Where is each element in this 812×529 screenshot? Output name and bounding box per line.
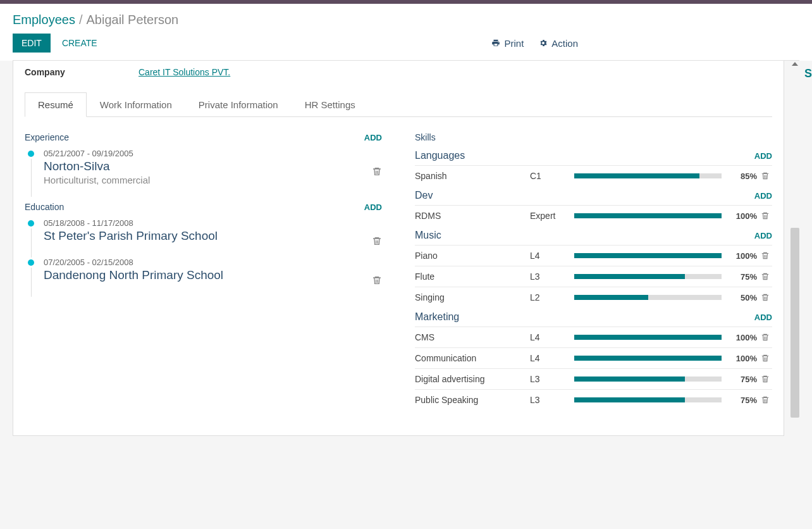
skill-row: RDMSExpert100% — [415, 205, 772, 226]
education-item: 05/18/2008 - 11/17/2008St Peter's Parish… — [25, 218, 382, 258]
skill-level: L4 — [530, 251, 574, 261]
skill-group-header: MarketingADD — [415, 311, 772, 323]
delete-skill-button[interactable] — [761, 333, 772, 342]
resume-left-column: Experience ADD 05/21/2007 - 09/19/2005No… — [25, 132, 382, 410]
skill-add-button[interactable]: ADD — [754, 191, 772, 201]
delete-skill-button[interactable] — [761, 251, 772, 260]
skill-add-button[interactable]: ADD — [754, 313, 772, 322]
timeline-dot-icon — [28, 259, 34, 266]
skill-group-header: MusicADD — [415, 230, 772, 241]
tab-resum-[interactable]: Resumé — [25, 92, 87, 117]
skill-row: FluteL375% — [415, 266, 772, 287]
skill-group-title: Music — [415, 230, 441, 241]
skill-name: RDMS — [415, 211, 530, 221]
tab-work-information[interactable]: Work Information — [87, 92, 185, 117]
delete-skill-button[interactable] — [761, 211, 772, 220]
timeline-dot-icon — [28, 151, 34, 157]
education-title: Education — [25, 202, 64, 212]
education-add-button[interactable]: ADD — [364, 202, 382, 212]
delete-skill-button[interactable] — [761, 395, 772, 404]
breadcrumb-current: Abigail Peterson — [87, 13, 179, 27]
skill-row: SpanishC185% — [415, 165, 772, 186]
delete-education-button[interactable] — [372, 218, 382, 246]
skill-row: CMSL4100% — [415, 327, 772, 347]
skill-percent: 85% — [729, 171, 757, 181]
delete-skill-button[interactable] — [761, 272, 772, 281]
delete-skill-button[interactable] — [761, 293, 772, 302]
skill-add-button[interactable]: ADD — [754, 151, 772, 161]
education-dates: 07/20/2005 - 02/15/2008 — [44, 258, 223, 267]
company-field: Company Caret IT Solutions PVT. — [25, 61, 772, 92]
skill-name: Flute — [415, 271, 530, 282]
action-button[interactable]: Action — [539, 38, 578, 49]
skill-percent: 50% — [729, 293, 757, 302]
scroll-up-icon — [792, 62, 798, 66]
print-button[interactable]: Print — [491, 38, 524, 49]
print-label: Print — [504, 38, 524, 49]
skill-percent: 75% — [729, 375, 757, 384]
skill-progress — [574, 274, 729, 279]
skill-percent: 100% — [729, 211, 757, 221]
skill-percent: 100% — [729, 354, 757, 363]
skills-title: Skills — [415, 132, 772, 142]
delete-education-button[interactable] — [372, 258, 382, 285]
skill-group-header: DevADD — [415, 190, 772, 201]
skill-group-title: Languages — [415, 150, 465, 161]
breadcrumb-root[interactable]: Employees — [13, 13, 75, 27]
delete-skill-button[interactable] — [761, 354, 772, 363]
skill-level: L3 — [530, 271, 574, 282]
edit-button[interactable]: Edit — [13, 34, 51, 53]
skill-name: Public Speaking — [415, 395, 530, 405]
skill-group-header: LanguagesADD — [415, 150, 772, 161]
skills-column: Skills LanguagesADDSpanishC185%DevADDRDM… — [415, 132, 772, 410]
experience-add-button[interactable]: ADD — [364, 133, 382, 142]
resume-content: Experience ADD 05/21/2007 - 09/19/2005No… — [25, 132, 772, 410]
action-label: Action — [551, 38, 578, 49]
skill-row: Digital advertisingL375% — [415, 368, 772, 389]
skill-progress — [574, 397, 729, 402]
skill-progress — [574, 253, 729, 258]
skill-row: CommunicationL4100% — [415, 347, 772, 368]
skill-group-title: Dev — [415, 190, 433, 201]
delete-experience-button[interactable] — [372, 149, 382, 177]
experience-company: Norton-Silva — [44, 159, 150, 173]
skill-level: L2 — [530, 292, 574, 302]
skill-percent: 100% — [729, 333, 757, 342]
skill-name: Singing — [415, 292, 530, 302]
skill-progress — [574, 377, 729, 382]
education-school: Dandenong North Primary School — [44, 268, 223, 282]
gear-icon — [539, 39, 548, 47]
skill-name: Spanish — [415, 171, 530, 181]
skill-level: L3 — [530, 395, 574, 405]
education-header: Education ADD — [25, 202, 382, 212]
create-button[interactable]: Create — [53, 34, 106, 53]
skill-progress — [574, 295, 729, 300]
experience-list: 05/21/2007 - 09/19/2005Norton-SilvaHorti… — [25, 149, 382, 197]
delete-skill-button[interactable] — [761, 375, 772, 383]
skill-level: C1 — [530, 171, 574, 181]
skill-level: L3 — [530, 374, 574, 384]
skill-add-button[interactable]: ADD — [754, 231, 772, 240]
company-link[interactable]: Caret IT Solutions PVT. — [138, 67, 230, 77]
skill-name: CMS — [415, 332, 530, 342]
skill-level: Expert — [530, 211, 574, 221]
skill-progress — [574, 356, 729, 361]
company-label: Company — [25, 67, 138, 77]
right-rail-hint: S — [804, 67, 812, 80]
tab-private-information[interactable]: Private Information — [185, 92, 292, 117]
tab-hr-settings[interactable]: HR Settings — [292, 92, 369, 117]
experience-title: Experience — [25, 132, 69, 142]
skill-row: PianoL4100% — [415, 245, 772, 266]
experience-role: Horticulturist, commercial — [44, 175, 150, 185]
breadcrumb-sep: / — [79, 13, 83, 27]
skill-progress — [574, 335, 729, 340]
print-icon — [491, 39, 500, 47]
content-wrap: S Company Caret IT Solutions PVT. Resumé… — [0, 61, 812, 436]
skills-container: LanguagesADDSpanishC185%DevADDRDMSExpert… — [415, 150, 772, 410]
skill-progress — [574, 213, 729, 218]
skill-name: Digital advertising — [415, 374, 530, 384]
scrollbar-track[interactable] — [790, 228, 799, 418]
skill-percent: 100% — [729, 251, 757, 261]
delete-skill-button[interactable] — [761, 171, 772, 180]
skill-level: L4 — [530, 353, 574, 363]
